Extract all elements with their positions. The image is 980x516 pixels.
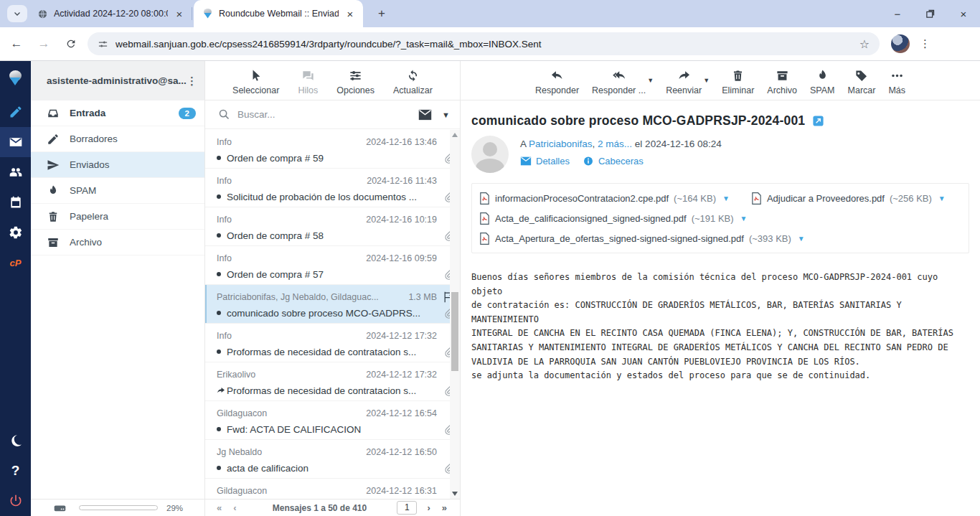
address-bar[interactable]: webmail.sanjuan.gob.ec/cpsess2416859914/…: [88, 32, 880, 55]
last-page-icon[interactable]: »: [436, 502, 453, 513]
tab-close-icon[interactable]: ×: [344, 8, 356, 20]
window-close-button[interactable]: ×: [947, 0, 980, 27]
first-page-icon[interactable]: «: [211, 502, 227, 513]
select-button[interactable]: Seleccionar: [232, 69, 279, 95]
browser-tab-roundcube[interactable]: Roundcube Webmail :: Enviados ×: [194, 0, 363, 27]
unread-dot-icon[interactable]: [217, 233, 221, 238]
message-row[interactable]: Patriciabonifas, Jg Nebaldo, Gildaguac..…: [205, 285, 460, 324]
roundcube-logo[interactable]: [0, 61, 31, 97]
details-toggle[interactable]: Detalles: [520, 156, 570, 166]
search-options-chevron-icon[interactable]: ▼: [442, 111, 450, 119]
reply-all-button[interactable]: Responder ... ▼: [592, 69, 646, 95]
message-subject: acta de calificacion: [227, 463, 437, 474]
message-row[interactable]: Info 2024-12-16 11:43 Solicitud de proba…: [205, 169, 460, 207]
options-button[interactable]: Opciones: [336, 69, 374, 95]
rail-mail-button[interactable]: [0, 127, 31, 157]
rail-compose-button[interactable]: [0, 97, 31, 127]
folder-papelera[interactable]: Papelera: [31, 204, 204, 230]
rail-contacts-button[interactable]: [0, 157, 31, 187]
message-row[interactable]: Info 2024-12-16 10:19 Orden de compra # …: [205, 207, 460, 246]
folder-spam[interactable]: SPAM: [31, 178, 204, 204]
folder-borradores[interactable]: Borradores: [31, 126, 204, 152]
rail-logout-button[interactable]: [0, 486, 31, 516]
message-row[interactable]: Jg Nebaldo 2024-12-12 16:50 acta de cali…: [205, 440, 460, 479]
message-row[interactable]: Info 2024-12-16 13:46 Orden de compra # …: [205, 130, 460, 169]
unread-dot-icon[interactable]: [217, 311, 221, 315]
unread-dot-icon[interactable]: [217, 194, 221, 199]
scroll-up-icon[interactable]: [452, 133, 458, 137]
rail-calendar-button[interactable]: [0, 187, 31, 217]
message-row[interactable]: Erikaolivo 2024-12-12 17:32 Proformas de…: [205, 362, 460, 401]
spam-button[interactable]: SPAM: [810, 69, 835, 95]
site-settings-icon: [98, 39, 108, 50]
pdf-file-icon: [751, 192, 762, 205]
attachment-item[interactable]: informacionProcesoContratacion2.cpe.pdf …: [479, 188, 730, 208]
folder-entrada[interactable]: Entrada 2: [31, 100, 204, 126]
tab-close-icon[interactable]: ×: [174, 8, 185, 20]
attachment-item[interactable]: Acta_de_calificacionsigned_signed-signed…: [479, 208, 748, 228]
attachment-item[interactable]: Acta_Apertura_de_ofertas_signed-signed-s…: [479, 228, 805, 248]
storage-icon: [54, 503, 66, 513]
folder-options-icon[interactable]: ⋮: [187, 75, 197, 88]
message-row[interactable]: Info 2024-12-16 09:59 Orden de compra # …: [205, 246, 460, 285]
rail-settings-button[interactable]: [0, 217, 31, 248]
folder-enviados[interactable]: Enviados: [31, 152, 204, 178]
archive-icon: [776, 69, 789, 83]
unread-dot-icon[interactable]: [217, 350, 221, 354]
attachment-size: (~164 KB): [674, 193, 716, 204]
threads-button[interactable]: Hilos: [298, 69, 318, 95]
back-button[interactable]: ←: [6, 33, 27, 55]
rail-help-button[interactable]: ?: [0, 456, 31, 486]
reload-button[interactable]: [60, 33, 82, 55]
unread-dot-icon[interactable]: [217, 466, 221, 470]
scroll-down-icon[interactable]: [452, 492, 458, 496]
attachment-menu-caret-icon[interactable]: ▼: [722, 194, 730, 202]
rail-darkmode-button[interactable]: [0, 426, 31, 456]
unread-dot-icon[interactable]: [217, 272, 221, 276]
forward-button[interactable]: Reenviar ▼: [666, 69, 702, 95]
recipient-link[interactable]: Patriciabonifas: [529, 139, 593, 149]
reply-button[interactable]: Responder: [535, 69, 579, 95]
scrollbar-thumb[interactable]: [451, 292, 458, 371]
headers-toggle[interactable]: Cabeceras: [583, 156, 644, 166]
new-tab-button[interactable]: +: [374, 6, 390, 22]
browser-menu-icon[interactable]: ⋮: [920, 37, 930, 50]
refresh-button[interactable]: Actualizar: [393, 69, 433, 95]
cpanel-icon: cP: [10, 258, 22, 268]
next-page-icon[interactable]: ›: [421, 502, 435, 513]
message-subject: Orden de compra # 58: [227, 230, 437, 241]
tab-list-button[interactable]: [7, 5, 27, 22]
message-row[interactable]: Gildaguacon 2024-12-12 16:31: [205, 479, 460, 499]
message-subject: Solicitud de probación de los documentos…: [227, 192, 437, 202]
mark-button[interactable]: Marcar: [848, 69, 876, 95]
attachment-menu-caret-icon[interactable]: ▼: [740, 215, 748, 222]
message-sender: Info: [217, 137, 366, 147]
browser-tab-activity[interactable]: Actividad 2024-12-20 08:00:00 ×: [29, 0, 192, 27]
prev-page-icon[interactable]: ‹: [227, 502, 242, 513]
attachment-menu-caret-icon[interactable]: ▼: [798, 235, 805, 243]
unread-dot-icon[interactable]: [217, 156, 221, 160]
forward-caret-icon[interactable]: ▼: [703, 77, 710, 84]
browser-profile-avatar[interactable]: [891, 34, 910, 53]
page-number-input[interactable]: 1: [397, 501, 417, 515]
rail-cpanel-button[interactable]: cP: [0, 248, 31, 278]
forward-button[interactable]: →: [33, 33, 55, 55]
attachment-item[interactable]: Adjudicar a Proveedores.pdf (~256 KB) ▼: [751, 188, 946, 208]
reply-all-caret-icon[interactable]: ▼: [647, 77, 654, 84]
open-in-new-icon[interactable]: [812, 115, 824, 127]
folder-archivo[interactable]: Archivo: [31, 230, 204, 255]
message-row[interactable]: Info 2024-12-12 17:32 Proformas de neces…: [205, 324, 460, 362]
more-button[interactable]: Más: [888, 69, 905, 95]
delete-button[interactable]: Eliminar: [722, 69, 754, 95]
message-row[interactable]: Gildaguacon 2024-12-12 16:54 Fwd: ACTA D…: [205, 401, 460, 440]
window-restore-button[interactable]: [914, 0, 947, 27]
search-input[interactable]: [237, 109, 418, 120]
archive-button[interactable]: Archivo: [767, 69, 797, 95]
list-scrollbar[interactable]: [450, 130, 460, 499]
unread-dot-icon[interactable]: [217, 427, 221, 431]
bookmark-star-icon[interactable]: ☆: [859, 37, 870, 51]
window-minimize-button[interactable]: −: [881, 0, 914, 27]
more-recipients-link[interactable]: 2 más...: [598, 139, 632, 149]
search-scope-mail-icon: [418, 109, 432, 121]
attachment-menu-caret-icon[interactable]: ▼: [938, 194, 946, 202]
